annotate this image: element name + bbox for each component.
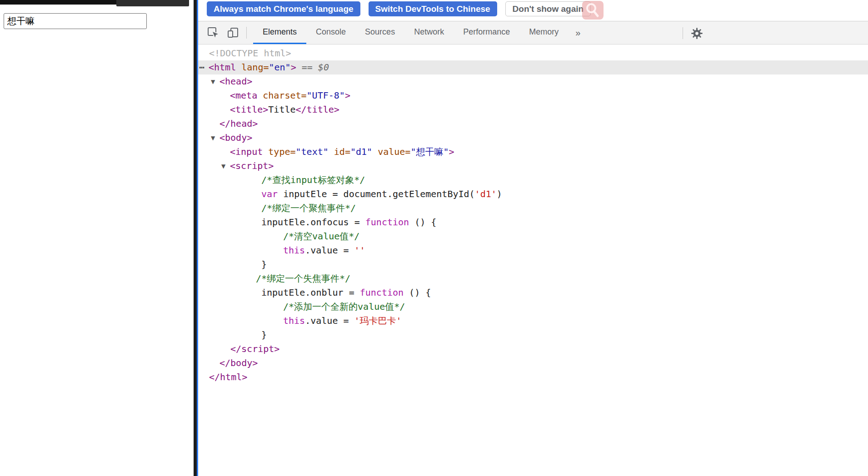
code-token: <title>	[230, 104, 268, 115]
code-token: value=	[378, 146, 410, 157]
code-token: inputEle.onblur =	[261, 287, 360, 298]
code-token: charset=	[263, 90, 306, 101]
code-token: ''	[354, 245, 365, 256]
code-token: <input	[230, 146, 268, 157]
dom-tree-line[interactable]: <title>Title</title>	[198, 103, 868, 117]
code-token: .value =	[305, 315, 354, 326]
tab-network[interactable]: Network	[404, 21, 454, 44]
code-token: </body>	[219, 357, 258, 368]
dom-tree-line[interactable]: </html>	[198, 370, 868, 384]
inspected-page	[0, 0, 194, 476]
inspect-cursor-icon[interactable]	[207, 27, 219, 39]
tab-memory[interactable]: Memory	[519, 21, 568, 44]
code-token: }	[261, 259, 267, 270]
switch-to-chinese-button[interactable]: Switch DevTools to Chinese	[369, 1, 497, 16]
code-token: inputEle = document.getElementById(	[278, 188, 474, 199]
devtools-window: Always match Chrome's language Switch De…	[198, 0, 868, 476]
elements-tree: <!DOCTYPE html>⋯<html lang="en"> == $0▼<…	[198, 45, 868, 384]
toolbar-separator-right	[683, 27, 683, 39]
code-token: function	[365, 217, 409, 228]
gear-icon[interactable]	[691, 27, 703, 41]
dom-tree-line[interactable]: this.value = ''	[198, 243, 868, 258]
code-token: <head>	[219, 76, 252, 87]
code-token: () {	[409, 217, 436, 228]
code-token: </head>	[219, 118, 258, 129]
code-token	[236, 62, 241, 73]
dom-tree-line[interactable]: var inputEle = document.getElementById('…	[198, 187, 868, 201]
code-token: /*清空value值*/	[283, 231, 359, 242]
code-token: Title	[268, 104, 295, 115]
code-token: this	[283, 315, 305, 326]
code-token: "UTF-8"	[307, 90, 345, 101]
triangle-down-icon[interactable]: ▼	[211, 75, 219, 89]
dom-tree-line[interactable]: inputEle.onblur = function () {	[198, 286, 868, 300]
code-token: function	[360, 287, 404, 298]
code-token: >	[291, 62, 296, 73]
dom-tree-line[interactable]: /*绑定一个失焦事件*/	[198, 272, 868, 286]
code-token: /*添加一个全新的value值*/	[283, 301, 405, 312]
device-toolbar-icon[interactable]	[227, 27, 239, 39]
code-token: id=	[334, 146, 350, 157]
code-token: this	[283, 245, 305, 256]
page-text-input[interactable]	[4, 13, 147, 29]
more-tabs-button[interactable]: »	[568, 28, 588, 38]
hidden-nodes-dots: ⋯	[199, 60, 209, 74]
code-token: "d1"	[350, 146, 372, 157]
code-token: inputEle.onfocus =	[261, 217, 365, 228]
dom-tree-line[interactable]: /*查找input标签对象*/	[198, 173, 868, 187]
code-token	[329, 146, 334, 157]
code-token: "en"	[269, 62, 290, 73]
dom-tree-line[interactable]: <meta charset="UTF-8">	[198, 89, 868, 103]
match-language-button[interactable]: Always match Chrome's language	[207, 1, 360, 16]
code-token: "想干嘛"	[410, 146, 449, 157]
code-token: "text"	[296, 146, 329, 157]
tab-elements[interactable]: Elements	[253, 21, 306, 44]
dom-tree-line[interactable]: <!DOCTYPE html>	[198, 46, 868, 60]
dom-tree-line[interactable]: }	[198, 258, 868, 272]
dom-tree-line[interactable]: </body>	[198, 356, 868, 370]
dom-tree-line[interactable]: /*添加一个全新的value值*/	[198, 300, 868, 314]
tab-performance[interactable]: Performance	[454, 21, 519, 44]
triangle-down-icon[interactable]: ▼	[211, 131, 219, 145]
dom-tree-line[interactable]: </head>	[198, 117, 868, 131]
screenshot-stage: Always match Chrome's language Switch De…	[0, 0, 868, 476]
code-token: () {	[404, 287, 431, 298]
tab-sources[interactable]: Sources	[355, 21, 404, 44]
code-token: == $0	[296, 62, 329, 73]
code-token: var	[261, 188, 278, 199]
window-divider[interactable]	[194, 0, 197, 476]
code-token: <body>	[219, 132, 252, 143]
dom-tree-line[interactable]: ▼<head>	[198, 74, 868, 89]
dom-tree-line[interactable]: inputEle.onfocus = function () {	[198, 215, 868, 229]
code-token: <html	[209, 62, 236, 73]
devtools-tabs: ElementsConsoleSourcesNetworkPerformance…	[253, 21, 568, 44]
tab-console[interactable]: Console	[306, 21, 355, 44]
code-token: </title>	[296, 104, 339, 115]
code-token: )	[497, 188, 502, 199]
code-token: <script>	[230, 160, 274, 171]
code-token: /*绑定一个聚焦事件*/	[261, 203, 356, 213]
code-token: lang=	[241, 62, 269, 73]
code-token: </script>	[230, 343, 279, 354]
dom-tree-line[interactable]: }	[198, 328, 868, 342]
code-token: <meta	[230, 90, 263, 101]
dom-tree-line[interactable]: </script>	[198, 342, 868, 356]
code-token: .value =	[305, 245, 354, 256]
dom-tree-line[interactable]: this.value = '玛卡巴卡'	[198, 314, 868, 328]
triangle-down-icon[interactable]: ▼	[221, 159, 230, 174]
code-token: type=	[268, 146, 295, 157]
code-token: '玛卡巴卡'	[354, 315, 402, 326]
dom-tree-line[interactable]: ▼<script>	[198, 159, 868, 173]
dom-tree-line[interactable]: ▼<body>	[198, 131, 868, 145]
code-token: }	[261, 329, 267, 340]
dom-tree-line[interactable]: ⋯<html lang="en"> == $0	[198, 60, 868, 74]
code-token: >	[449, 146, 454, 157]
code-token: >	[345, 90, 350, 101]
code-token: <!DOCTYPE html>	[209, 48, 291, 59]
dom-tree-line[interactable]: <input type="text" id="d1" value="想干嘛">	[198, 145, 868, 159]
dom-tree-line[interactable]: /*绑定一个聚焦事件*/	[198, 201, 868, 215]
dom-tree-line[interactable]: /*清空value值*/	[198, 229, 868, 243]
code-token	[372, 146, 378, 157]
dont-show-again-button[interactable]: Don't show again	[505, 1, 591, 16]
code-token: 'd1'	[475, 188, 497, 199]
